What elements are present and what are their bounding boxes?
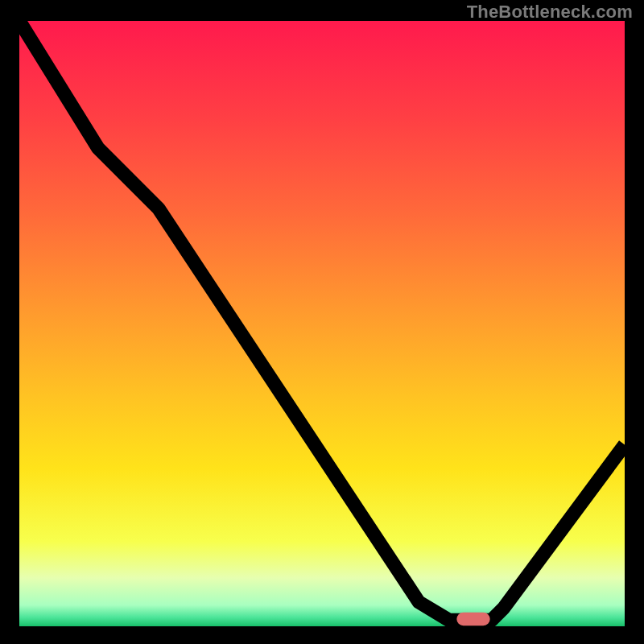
- chart-svg: [19, 21, 625, 626]
- chart-frame: TheBottleneck.com: [0, 0, 644, 644]
- plot-area: [19, 21, 625, 626]
- watermark-text: TheBottleneck.com: [467, 2, 633, 23]
- optimal-marker: [456, 613, 489, 626]
- gradient-background: [19, 21, 625, 626]
